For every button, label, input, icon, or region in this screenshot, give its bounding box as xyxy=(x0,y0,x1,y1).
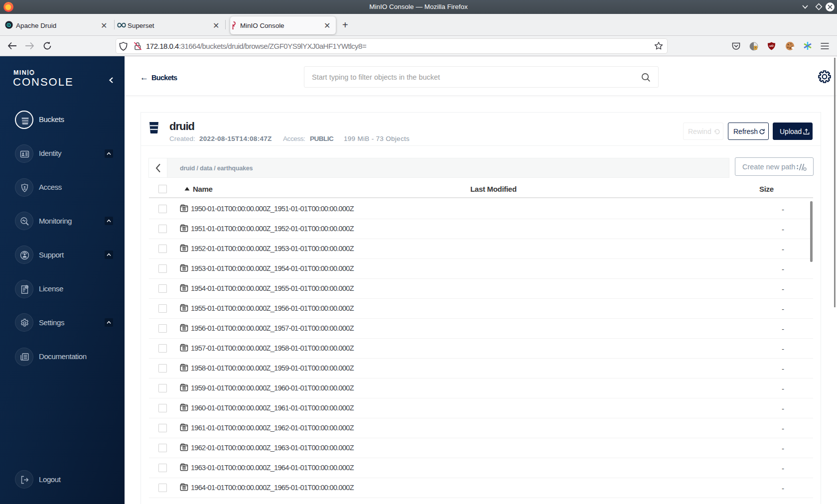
svg-text:uO: uO xyxy=(769,44,774,47)
